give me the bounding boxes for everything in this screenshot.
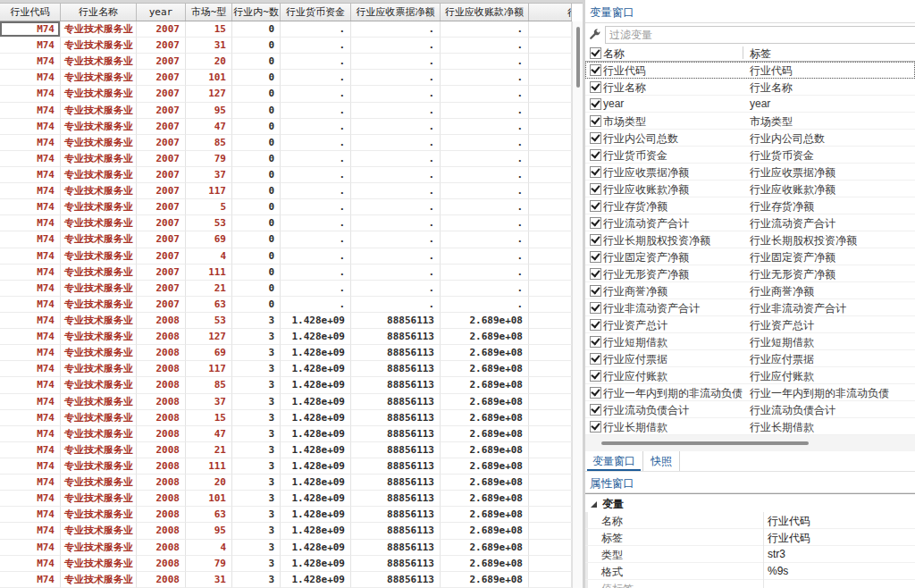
table-cell[interactable]: .	[281, 21, 351, 38]
table-cell[interactable]: 2007	[137, 151, 186, 167]
tab-variables-window[interactable]: 变量窗口	[585, 451, 643, 471]
table-cell[interactable]: 3	[232, 442, 281, 458]
variable-checkbox[interactable]	[590, 234, 601, 246]
scrollbar-thumb[interactable]	[601, 441, 809, 445]
table-cell[interactable]: 1.428e+09	[281, 540, 351, 556]
table-cell[interactable]: 88856113	[351, 507, 441, 523]
table-cell[interactable]: 专业技术服务业	[61, 248, 137, 265]
table-cell[interactable]: 2007	[137, 70, 186, 86]
table-cell[interactable]: 1.428e+09	[281, 442, 351, 458]
scrollbar-thumb[interactable]	[576, 27, 580, 88]
variable-row[interactable]: 行业非流动资产合计行业非流动资产合计	[585, 299, 915, 316]
table-cell[interactable]: 101	[186, 491, 232, 507]
table-cell[interactable]: 53	[186, 313, 232, 329]
variable-row[interactable]: 行业流动资产合计行业流动资产合计	[585, 214, 915, 231]
table-cell[interactable]: 117	[186, 183, 232, 199]
table-cell[interactable]: M74	[0, 167, 61, 183]
table-cell[interactable]: 专业技术服务业	[61, 556, 137, 572]
variable-row[interactable]: 行业应付账款行业应付账款	[585, 367, 915, 384]
variable-row[interactable]: 行业流动负债合计行业流动负债合计	[585, 401, 915, 418]
variable-checkbox[interactable]	[590, 200, 601, 212]
table-cell[interactable]: 1.428e+09	[281, 361, 351, 377]
variable-checkbox[interactable]	[590, 132, 601, 144]
table-cell-empty[interactable]	[529, 70, 572, 86]
table-cell[interactable]: .	[281, 135, 351, 151]
variable-checkbox[interactable]	[590, 404, 601, 416]
table-cell[interactable]: 95	[186, 523, 232, 539]
table-cell[interactable]: 2.689e+08	[441, 345, 529, 361]
table-cell[interactable]: .	[351, 119, 441, 135]
table-cell[interactable]: 3	[232, 361, 281, 377]
table-cell[interactable]: .	[441, 167, 529, 183]
table-cell[interactable]: 专业技术服务业	[61, 297, 137, 313]
table-cell[interactable]: 69	[186, 231, 232, 248]
table-cell[interactable]: 2007	[137, 199, 186, 215]
variable-row[interactable]: 行业代码行业代码	[585, 62, 915, 79]
variable-row[interactable]: 行业名称行业名称	[585, 79, 915, 96]
table-cell[interactable]: 1.428e+09	[281, 475, 351, 491]
table-cell[interactable]: 37	[186, 167, 232, 183]
table-cell[interactable]: .	[441, 281, 529, 297]
table-cell[interactable]: 专业技术服务业	[61, 281, 137, 297]
table-cell[interactable]: M74	[0, 556, 61, 572]
table-cell[interactable]: 0	[232, 231, 281, 248]
table-cell[interactable]: 2.689e+08	[441, 540, 529, 556]
table-cell[interactable]: 专业技术服务业	[61, 572, 137, 588]
table-cell[interactable]: .	[281, 199, 351, 215]
table-cell[interactable]: .	[441, 215, 529, 231]
table-cell[interactable]: M74	[0, 394, 61, 410]
table-cell-empty[interactable]	[529, 151, 572, 167]
table-cell[interactable]: .	[281, 151, 351, 167]
table-cell[interactable]: 专业技术服务业	[61, 103, 137, 119]
table-cell[interactable]: M74	[0, 151, 61, 167]
table-cell[interactable]: M74	[0, 231, 61, 248]
table-cell[interactable]: .	[281, 103, 351, 119]
variable-row[interactable]: yearyear	[585, 96, 915, 113]
table-cell[interactable]: 85	[186, 377, 232, 393]
table-cell[interactable]: .	[441, 265, 529, 281]
table-cell-empty[interactable]	[529, 86, 572, 102]
table-cell[interactable]: 专业技术服务业	[61, 361, 137, 377]
column-header[interactable]: 行业货币资金	[281, 4, 351, 21]
variable-row[interactable]: 行业长期股权投资净额行业长期股权投资净额	[585, 231, 915, 248]
variable-checkbox[interactable]	[590, 251, 601, 263]
table-cell[interactable]: .	[351, 265, 441, 281]
table-cell[interactable]: 3	[232, 329, 281, 345]
table-cell[interactable]: .	[441, 151, 529, 167]
variable-checkbox[interactable]	[590, 81, 601, 93]
variable-checkbox[interactable]	[590, 387, 601, 399]
table-cell[interactable]: 2008	[137, 313, 186, 329]
table-cell[interactable]: .	[281, 281, 351, 297]
table-cell-empty[interactable]	[529, 377, 572, 393]
table-cell[interactable]: 2.689e+08	[441, 377, 529, 393]
variable-checkbox[interactable]	[590, 370, 601, 382]
table-cell[interactable]: 3	[232, 377, 281, 393]
column-header-label[interactable]: 标签	[750, 46, 771, 62]
table-cell[interactable]: 0	[232, 215, 281, 231]
table-cell[interactable]: 专业技术服务业	[61, 21, 137, 38]
table-cell[interactable]: .	[281, 183, 351, 199]
table-cell[interactable]: 专业技术服务业	[61, 475, 137, 491]
table-cell[interactable]: 专业技术服务业	[61, 119, 137, 135]
table-cell[interactable]: 2008	[137, 345, 186, 361]
table-cell[interactable]: 2007	[137, 297, 186, 313]
table-cell[interactable]: 2.689e+08	[441, 475, 529, 491]
property-row[interactable]: 格式%9s	[585, 563, 915, 580]
table-cell[interactable]: 1.428e+09	[281, 572, 351, 588]
variables-horizontal-scrollbar[interactable]	[585, 435, 915, 451]
table-cell[interactable]: 0	[232, 199, 281, 215]
table-cell[interactable]: .	[441, 54, 529, 70]
table-cell[interactable]: 88856113	[351, 345, 441, 361]
table-cell[interactable]: 3	[232, 345, 281, 361]
table-cell[interactable]: 2.689e+08	[441, 556, 529, 572]
table-cell[interactable]: 3	[232, 426, 281, 442]
table-cell[interactable]: 3	[232, 507, 281, 523]
variable-row[interactable]: 行业无形资产净额行业无形资产净额	[585, 265, 915, 282]
table-cell-empty[interactable]	[529, 491, 572, 507]
table-cell[interactable]: 3	[232, 491, 281, 507]
variable-checkbox[interactable]	[590, 217, 601, 229]
table-cell[interactable]: .	[281, 70, 351, 86]
table-cell[interactable]: .	[441, 297, 529, 313]
table-cell[interactable]: 5	[186, 199, 232, 215]
table-cell[interactable]: 专业技术服务业	[61, 329, 137, 345]
